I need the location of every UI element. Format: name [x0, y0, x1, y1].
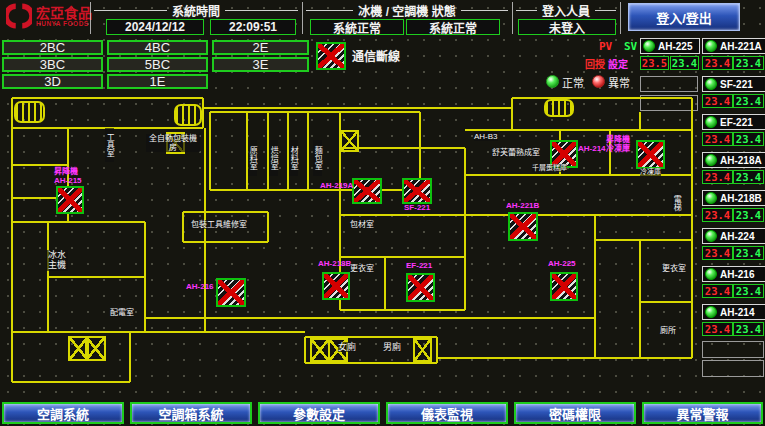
fan-sf-221-offline[interactable] [402, 178, 432, 204]
room-label: 女廁 [338, 342, 356, 352]
separator [512, 2, 513, 34]
room-label: 烘焙室 [269, 140, 278, 176]
equip-label: AH-218B [318, 260, 351, 269]
pv-column-label: PV [599, 40, 612, 53]
separator [302, 2, 303, 34]
nav-hvac-system-button[interactable]: 空調系統 [2, 402, 124, 424]
room-label: 電梯 [672, 192, 681, 214]
unit-ah-218a[interactable]: AH-218A [702, 152, 765, 168]
nav-meter-monitor-button[interactable]: 儀表監視 [386, 402, 508, 424]
machine-status-section-label: 冰機 / 空調機 狀態 [306, 2, 508, 19]
floor-button-3e[interactable]: 3E [212, 57, 309, 72]
status-led-icon [643, 40, 655, 52]
nav-parameter-button[interactable]: 參數設定 [258, 402, 380, 424]
ahu-ah-218b-offline[interactable] [322, 272, 350, 300]
equip-label: AH-214 [578, 145, 606, 154]
chiller-status-value: 系統正常 [310, 19, 404, 35]
unit-ah-221a-sv: 23.4 [733, 56, 764, 70]
equip-label: AH-225 [548, 260, 576, 269]
nav-ahu-system-button[interactable]: 空調箱系統 [130, 402, 252, 424]
status-led-icon [705, 116, 717, 128]
sv-column-label: SV [624, 40, 637, 53]
room-label: 更衣室 [662, 264, 686, 273]
room-label: 冰水主機 [46, 250, 68, 271]
company-logo: 宏亞食品 HUNYA FOODS [6, 3, 92, 29]
unit-ah-214-sv: 23.4 [733, 322, 764, 336]
ahu-ah-219a-offline[interactable] [352, 178, 382, 204]
unit-ef-221[interactable]: EF-221 [702, 114, 765, 130]
unit-ah-216[interactable]: AH-216 [702, 266, 765, 282]
room-label: 原料室 [248, 140, 257, 176]
nav-alarm-button[interactable]: 異常警報 [642, 402, 763, 424]
room-label: 配電室 [110, 308, 134, 317]
unit-ah-221a[interactable]: AH-221A [702, 38, 765, 54]
unit-ah-224[interactable]: AH-224 [702, 228, 765, 244]
floor-button-1e[interactable]: 1E [107, 74, 208, 89]
unit-ah-218a-sv: 23.4 [733, 170, 764, 184]
ahu-ah-221b-offline[interactable] [508, 212, 538, 241]
empty-slot [640, 76, 698, 92]
unit-ah-224-pv: 23.4 [702, 246, 733, 260]
system-time-section-label: 系統時間 [94, 2, 298, 19]
unit-ah-225[interactable]: AH-225 [640, 38, 700, 54]
equip-label: AH-221B [506, 202, 539, 211]
fan-ef-221-offline[interactable] [406, 273, 435, 302]
nav-password-button[interactable]: 密碼權限 [514, 402, 636, 424]
room-label: 舒芙蕾熟成室 [492, 148, 540, 157]
unit-sf-221-sv: 23.4 [733, 94, 764, 108]
logo-mark-icon [6, 3, 32, 29]
unit-ah-224-sv: 23.4 [733, 246, 764, 260]
status-led-icon [705, 192, 717, 204]
room-label: 廁所 [660, 326, 676, 335]
equip-label: SF-221 [404, 204, 430, 213]
damper-icon [413, 338, 432, 362]
room-label: 男廁 [383, 342, 401, 352]
equip-label: AH-215 [54, 177, 82, 186]
floor-button-5bc[interactable]: 5BC [107, 57, 208, 72]
room-label: 全自動包裝機房 [146, 134, 200, 152]
room-label: 千層蛋糕庫 [532, 164, 567, 172]
equip-label: EF-221 [406, 262, 432, 271]
floor-button-2bc[interactable]: 2BC [2, 40, 103, 55]
empty-slot [702, 341, 764, 358]
room-label: 材料室 [289, 140, 298, 176]
setpoint-label: 設定 [608, 56, 628, 71]
status-led-icon [705, 40, 717, 52]
floor-button-2e[interactable]: 2E [212, 40, 309, 55]
normal-legend-label: 正常 [562, 74, 584, 90]
separator [620, 2, 621, 34]
login-logout-button[interactable]: 登入/登出 [628, 3, 740, 31]
logo-text: 宏亞食品 [36, 6, 92, 20]
room-label: AH-B3 [474, 132, 498, 141]
room-label: 冷凍庫 [640, 168, 661, 176]
equip-label: AH-219A [320, 182, 353, 191]
unit-sf-221[interactable]: SF-221 [702, 76, 765, 92]
abnormal-legend-label: 異常 [608, 74, 630, 90]
ahu-ah-216-offline[interactable] [216, 278, 246, 307]
floor-button-3d[interactable]: 3D [2, 74, 103, 89]
status-led-icon [705, 154, 717, 166]
damper-icon [310, 338, 330, 362]
unit-ah-225-sv: 23.4 [670, 56, 699, 70]
ahu-ah-215-offline[interactable] [56, 186, 84, 214]
stairs-icon [174, 104, 202, 126]
ahu-ah-225-offline[interactable] [550, 272, 578, 301]
unit-ah-214[interactable]: AH-214 [702, 304, 765, 320]
floor-button-3bc[interactable]: 3BC [2, 57, 103, 72]
unit-ah-218b[interactable]: AH-218B [702, 190, 765, 206]
unit-ef-221-pv: 23.4 [702, 132, 733, 146]
floor-button-4bc[interactable]: 4BC [107, 40, 208, 55]
freezer-unit-offline[interactable] [636, 140, 665, 169]
system-date-value: 2024/12/12 [106, 19, 204, 35]
room-label: 包裝工具維修室 [188, 220, 250, 229]
unit-ah-218b-pv: 23.4 [702, 208, 733, 222]
unit-ah-214-pv: 23.4 [702, 322, 733, 336]
status-led-icon [705, 268, 717, 280]
equip-label: AH-216 [186, 283, 214, 292]
logo-subtext: HUNYA FOODS [36, 20, 92, 27]
unit-ah-225-pv: 23.5 [640, 56, 669, 70]
empty-slot [702, 360, 764, 377]
system-time-value: 22:09:51 [210, 19, 296, 35]
unit-ah-216-sv: 23.4 [733, 284, 764, 298]
comm-error-legend-icon [316, 42, 346, 70]
